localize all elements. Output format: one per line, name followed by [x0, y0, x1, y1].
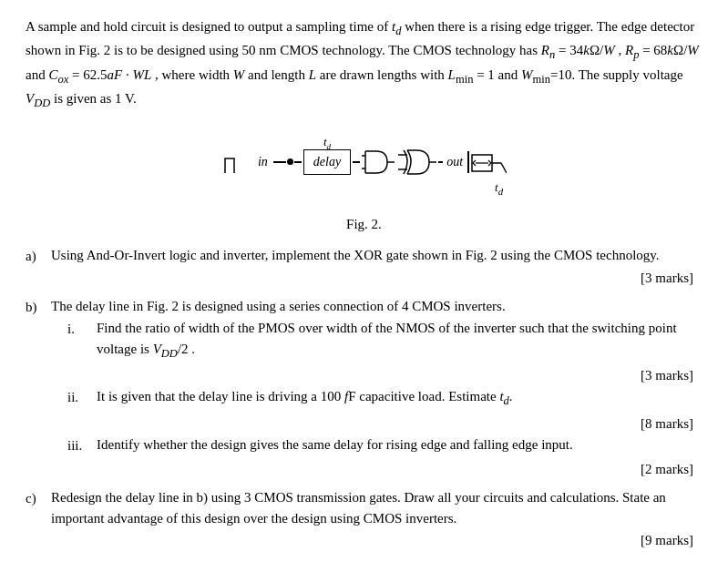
- intro-paragraph: A sample and hold circuit is designed to…: [26, 16, 702, 113]
- wire-1: [273, 161, 286, 163]
- delay-text: delay: [313, 155, 341, 169]
- question-b-iii-row: iii. Identify whether the design gives t…: [51, 434, 702, 456]
- question-a-label: a): [26, 245, 51, 267]
- question-b-intro-row: b) The delay line in Fig. 2 is designed …: [26, 296, 702, 318]
- question-b-iii-marks: [2 marks]: [51, 458, 702, 480]
- question-b-i-marks: [3 marks]: [51, 364, 702, 386]
- question-a-marks: [3 marks]: [26, 267, 702, 289]
- question-c: c) Redesign the delay line in b) using 3…: [26, 487, 702, 552]
- fig-label: Fig. 2.: [346, 217, 382, 232]
- question-b-ii-row: ii. It is given that the delay line is d…: [51, 386, 702, 410]
- td-bottom-label: td: [495, 180, 503, 197]
- questions-section: a) Using And-Or-Invert logic and inverte…: [26, 245, 702, 552]
- question-c-row: c) Redesign the delay line in b) using 3…: [26, 487, 702, 530]
- question-b-ii-marks: [8 marks]: [51, 413, 702, 434]
- delay-box: delay: [303, 149, 351, 175]
- delay-block: td delay: [302, 149, 353, 175]
- figure-area: in td delay: [26, 126, 702, 240]
- question-a-text: Using And-Or-Invert logic and inverter, …: [51, 245, 702, 266]
- question-b-i-text: Find the ratio of width of the PMOS over…: [97, 318, 702, 363]
- svg-line-15: [501, 163, 507, 173]
- xor-gate-icon: [398, 144, 436, 180]
- question-b: b) The delay line in Fig. 2 is designed …: [26, 296, 702, 480]
- question-b-iii-text: Identify whether the design gives the sa…: [97, 434, 702, 455]
- circuit-diagram: in td delay: [221, 126, 507, 199]
- question-b-ii-label: ii.: [51, 386, 97, 408]
- question-b-i-label: i.: [51, 318, 97, 340]
- question-c-label: c): [26, 487, 51, 509]
- question-b-iii-label: iii.: [51, 434, 97, 456]
- wire-2: [294, 161, 302, 163]
- question-b-label: b): [26, 296, 51, 318]
- question-c-text: Redesign the delay line in b) using 3 CM…: [51, 487, 702, 530]
- wire-3: [353, 161, 360, 163]
- dot-junction: [287, 158, 293, 165]
- and-gate-icon: [362, 146, 395, 179]
- in-label: in: [258, 155, 268, 169]
- arrow-td-block: td: [467, 142, 507, 182]
- question-b-intro-text: The delay line in Fig. 2 is designed usi…: [51, 296, 702, 317]
- question-b-i-row: i. Find the ratio of width of the PMOS o…: [51, 318, 702, 363]
- step-wave-icon: [221, 144, 251, 180]
- question-c-marks: [9 marks]: [26, 529, 702, 551]
- question-b-sub-items: i. Find the ratio of width of the PMOS o…: [51, 318, 702, 480]
- buffer-symbol-icon: [467, 142, 507, 182]
- out-label: out: [446, 155, 463, 169]
- question-b-ii-text: It is given that the delay line is drivi…: [97, 386, 702, 410]
- td-top-label: td: [323, 135, 331, 151]
- question-a: a) Using And-Or-Invert logic and inverte…: [26, 245, 702, 289]
- question-a-row: a) Using And-Or-Invert logic and inverte…: [26, 245, 702, 267]
- wire-4: [438, 161, 443, 163]
